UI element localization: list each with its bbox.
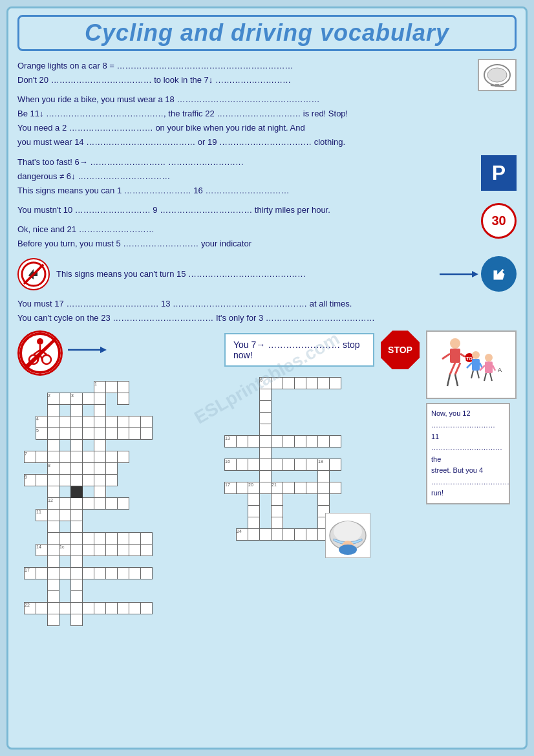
bottom-left: 1 23 4 5: [17, 330, 218, 626]
bottom-right: STOP: [426, 330, 517, 626]
ped-line5: ……………………………: [431, 478, 509, 486]
ped-line2: ……………………… 11: [431, 421, 495, 440]
section-3: That's too fast! 6→ ……………………… ……………………… …: [17, 155, 517, 198]
svg-marker-21: [100, 347, 107, 353]
svg-line-34: [467, 363, 472, 368]
section-7: You must 17 …………………………… 13 ……………………………………: [17, 297, 517, 325]
svg-rect-39: [485, 362, 493, 373]
svg-line-36: [471, 371, 473, 378]
svg-line-31: [455, 374, 458, 386]
svg-point-1: [487, 68, 507, 82]
line-5-2: Before you turn, you must 5 ……………………… yo…: [17, 237, 517, 251]
svg-point-46: [334, 521, 362, 542]
helmet-image: [325, 513, 370, 558]
svg-line-42: [484, 373, 486, 381]
crossword-grid-right: 6 13: [224, 377, 341, 541]
line-3-3: This signs means you can 1 …………………… 16 ……: [17, 184, 517, 198]
pedestrian-text-box: Now, you 12 ……………………… 11 ………………………… the …: [426, 403, 510, 504]
line-1-1: Orange lights on a car 8 = ……………………………………: [17, 59, 517, 73]
crossword-grid-left: 1 23 4 5: [24, 381, 153, 626]
svg-point-32: [472, 351, 480, 359]
ped-line3: ………………………… the: [431, 444, 502, 463]
crossword-left: 1 23 4 5: [24, 381, 218, 626]
svg-line-3: [491, 85, 504, 87]
svg-line-30: [447, 374, 450, 386]
svg-line-43: [490, 373, 492, 381]
svg-text:A: A: [498, 367, 502, 373]
line-4-1: You mustn't 10 ……………………… 9 …………………………… t…: [17, 203, 517, 217]
line-2-2: Be 11↓ ……………………………………, the traffic 22 ………: [17, 107, 517, 121]
svg-line-41: [493, 365, 495, 371]
line-7-1: You must 17 …………………………… 13 ……………………………………: [17, 297, 517, 311]
parking-sign: P: [481, 155, 517, 191]
no-right-turn-sign: [17, 258, 50, 290]
svg-point-11: [37, 338, 43, 345]
line-2-3: You need a 2 ………………………… on your bike whe…: [17, 121, 517, 135]
ped-line6: run!: [431, 489, 443, 497]
section-4: You mustn't 10 ……………………… 9 …………………………… t…: [17, 203, 517, 217]
mirror-sign: [478, 59, 517, 91]
line-2-4: you must wear 14 ………………………………… or 19 …………: [17, 135, 517, 149]
svg-point-22: [450, 338, 460, 349]
svg-line-29: [450, 363, 455, 374]
stop-now-box: You 7→ …………………… stop now!: [224, 333, 374, 367]
line-2-1: When you ride a bike, you must wear a 18…: [17, 92, 517, 107]
line-5-1: Ok, nice and 21 ………………………: [17, 222, 517, 237]
ped-line1: Now, you 12: [431, 409, 471, 417]
section-1: Orange lights on a car 8 = ……………………………………: [17, 59, 517, 87]
stop-sign: STOP: [381, 330, 420, 369]
svg-rect-23: [450, 349, 460, 363]
bottom-area: 1 23 4 5: [17, 330, 517, 626]
svg-line-35: [480, 363, 482, 368]
line-7-2: You can't cycle on the 23 ……………………………… I…: [17, 311, 517, 325]
line-3-1: That's too fast! 6→ ……………………… ………………………: [17, 155, 517, 169]
svg-line-37: [477, 371, 479, 378]
ped-line4: street. But you 4: [431, 466, 483, 474]
svg-rect-33: [472, 359, 480, 371]
bottom-middle: You 7→ …………………… stop now! STOP 6: [224, 330, 420, 626]
blue-arrow-sign: ↙: [481, 256, 517, 292]
svg-line-28: [455, 363, 460, 374]
page-title: Cycling and driving vocabulary: [17, 15, 517, 51]
no-cycling-sign: [17, 330, 63, 376]
svg-text:↙: ↙: [493, 265, 505, 281]
line-3-2: dangerous ≠ 6↓ ……………………………: [17, 169, 517, 184]
page: Cycling and driving vocabulary Orange li…: [6, 6, 528, 750]
svg-line-24: [442, 354, 450, 359]
svg-point-48: [339, 545, 357, 555]
speed-sign: 30: [481, 203, 517, 239]
section-6: This signs means you can't turn 15 ………………: [56, 267, 433, 281]
crossword-right: 6 13: [224, 377, 420, 560]
line-6-1: This signs means you can't turn 15 ………………: [56, 267, 433, 281]
svg-point-38: [485, 354, 493, 362]
svg-marker-7: [472, 271, 478, 277]
stop-now-text: You 7→ …………………… stop now!: [233, 340, 365, 360]
section-2: When you ride a bike, you must wear a 18…: [17, 92, 517, 149]
section-5: Ok, nice and 21 ……………………… Before you tur…: [17, 222, 517, 251]
line-1-2: Don't 20 ……………………………… to look in the 7↓ …: [17, 73, 517, 87]
svg-line-40: [480, 365, 485, 371]
pedestrian-illustration: STOP: [436, 336, 507, 394]
